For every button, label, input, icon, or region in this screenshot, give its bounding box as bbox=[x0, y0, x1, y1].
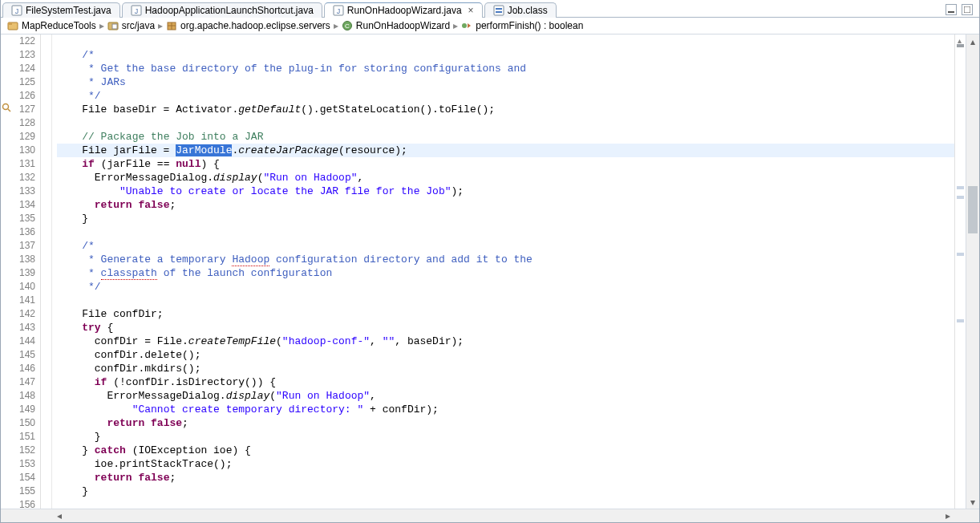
breadcrumb-item[interactable]: CRunOnHadoopWizard bbox=[342, 20, 450, 31]
breadcrumb-separator-icon: ▸ bbox=[334, 20, 338, 31]
overview-mark[interactable] bbox=[957, 196, 964, 199]
breadcrumb-label: src/java bbox=[122, 20, 155, 31]
breadcrumb-label: org.apache.hadoop.eclipse.servers bbox=[180, 20, 330, 31]
tab-label: RunOnHadoopWizard.java bbox=[347, 5, 462, 16]
scroll-left-arrow[interactable]: ◂ bbox=[52, 509, 66, 522]
vertical-scrollbar[interactable]: ▴ ▾ bbox=[966, 34, 979, 509]
code-line[interactable]: confDir.mkdirs(); bbox=[57, 362, 954, 375]
maximize-view-button[interactable] bbox=[962, 4, 973, 15]
editor-area: 1221231241251261271281291301311321331341… bbox=[1, 34, 979, 509]
tab-label: HadoopApplicationLaunchShortcut.java bbox=[145, 5, 314, 16]
breadcrumb-item[interactable]: org.apache.hadoop.eclipse.servers bbox=[166, 20, 330, 31]
vertical-scroll-thumb[interactable] bbox=[968, 186, 978, 233]
code-line[interactable]: } bbox=[57, 484, 954, 498]
scroll-down-arrow[interactable]: ▾ bbox=[966, 495, 979, 509]
line-number: 151 bbox=[12, 430, 35, 444]
code-line[interactable]: } bbox=[57, 430, 954, 444]
java-file-icon: J bbox=[131, 5, 142, 16]
overview-mark[interactable] bbox=[957, 186, 964, 189]
code-line[interactable]: * Generate a temporary Hadoop configurat… bbox=[57, 253, 954, 266]
overview-mark[interactable] bbox=[957, 44, 964, 47]
breadcrumb-separator-icon: ▸ bbox=[99, 20, 104, 31]
breadcrumb-item[interactable]: src/java bbox=[107, 20, 155, 31]
scroll-right-arrow[interactable]: ▸ bbox=[941, 509, 954, 522]
svg-rect-10 bbox=[964, 6, 970, 13]
class-file-icon bbox=[493, 5, 504, 16]
line-number: 140 bbox=[12, 280, 35, 294]
line-number: 125 bbox=[12, 75, 35, 89]
horizontal-scrollbar[interactable]: ◂ ▸ bbox=[1, 509, 979, 522]
line-number: 149 bbox=[12, 403, 35, 416]
breadcrumb-item[interactable]: MapReduceTools bbox=[7, 20, 96, 31]
line-number: 137 bbox=[12, 239, 35, 253]
code-line[interactable]: ioe.printStackTrace(); bbox=[57, 457, 954, 471]
code-line[interactable]: * JARs bbox=[57, 75, 954, 89]
code-line[interactable]: /* bbox=[57, 48, 954, 62]
svg-text:J: J bbox=[15, 7, 19, 15]
code-line[interactable]: return false; bbox=[57, 471, 954, 484]
breadcrumb-separator-icon: ▸ bbox=[158, 20, 163, 31]
editor-tabs: JFileSystemTest.javaJHadoopApplicationLa… bbox=[1, 0, 979, 18]
line-number: 133 bbox=[12, 184, 35, 198]
code-line[interactable]: "Unable to create or locate the JAR file… bbox=[57, 184, 954, 198]
code-line[interactable]: File confDir; bbox=[57, 307, 954, 321]
editor-tab[interactable]: JHadoopApplicationLaunchShortcut.java bbox=[122, 2, 322, 18]
code-line[interactable] bbox=[57, 294, 954, 307]
folding-gutter bbox=[41, 34, 52, 509]
editor-tab[interactable]: Job.class bbox=[484, 2, 557, 18]
code-line[interactable]: * classpath of the launch configuration bbox=[57, 266, 954, 280]
code-line[interactable]: return false; bbox=[57, 198, 954, 212]
java-file-icon: J bbox=[11, 5, 22, 16]
overview-mark[interactable] bbox=[957, 319, 964, 322]
code-line[interactable]: try { bbox=[57, 321, 954, 334]
line-number: 152 bbox=[12, 444, 35, 457]
line-number: 156 bbox=[12, 498, 35, 509]
code-line[interactable] bbox=[57, 116, 954, 130]
code-line[interactable]: ErrorMessageDialog.display("Run on Hadoo… bbox=[57, 171, 954, 184]
line-number: 150 bbox=[12, 416, 35, 430]
breadcrumb-separator-icon: ▸ bbox=[453, 20, 458, 31]
code-line[interactable]: // Package the Job into a JAR bbox=[57, 130, 954, 144]
editor-tab[interactable]: JFileSystemTest.java bbox=[2, 2, 120, 18]
code-line[interactable]: ErrorMessageDialog.display("Run on Hadoo… bbox=[57, 389, 954, 403]
line-number: 127 bbox=[12, 103, 35, 116]
code-line[interactable] bbox=[57, 34, 954, 48]
code-line[interactable]: confDir.delete(); bbox=[57, 348, 954, 362]
minimize-icon bbox=[948, 6, 954, 13]
tab-label: Job.class bbox=[508, 5, 548, 16]
code-line[interactable]: File jarFile = JarModule.createJarPackag… bbox=[57, 144, 954, 157]
line-number: 123 bbox=[12, 48, 35, 62]
overview-mark[interactable] bbox=[957, 253, 964, 256]
code-line[interactable]: return false; bbox=[57, 416, 954, 430]
close-tab-icon[interactable]: × bbox=[468, 5, 474, 16]
svg-point-21 bbox=[3, 104, 9, 110]
svg-line-22 bbox=[8, 109, 10, 111]
gutter-line-numbers: 1221231241251261271281291301311321331341… bbox=[12, 34, 41, 509]
editor-tab[interactable]: JRunOnHadoopWizard.java× bbox=[324, 2, 483, 18]
line-number: 143 bbox=[12, 321, 35, 334]
overview-ruler[interactable]: ▴ bbox=[954, 34, 966, 509]
code-line[interactable] bbox=[57, 498, 954, 509]
code-line[interactable]: confDir = File.createTempFile("hadoop-co… bbox=[57, 334, 954, 348]
svg-rect-9 bbox=[948, 11, 954, 13]
code-line[interactable]: * Get the base directory of the plug-in … bbox=[57, 62, 954, 75]
code-line[interactable]: } bbox=[57, 212, 954, 225]
breadcrumb-label: MapReduceTools bbox=[22, 20, 96, 31]
code-line[interactable]: */ bbox=[57, 89, 954, 103]
line-number: 147 bbox=[12, 375, 35, 389]
scroll-up-arrow[interactable]: ▴ bbox=[966, 34, 979, 48]
code-line[interactable]: } catch (IOException ioe) { bbox=[57, 444, 954, 457]
minimize-view-button[interactable] bbox=[946, 4, 957, 15]
code-line[interactable]: */ bbox=[57, 280, 954, 294]
breadcrumb-item[interactable]: performFinish() : boolean bbox=[461, 20, 583, 31]
code-line[interactable] bbox=[57, 225, 954, 239]
code-line[interactable]: File baseDir = Activator.getDefault().ge… bbox=[57, 103, 954, 116]
code-line[interactable]: if (jarFile == null) { bbox=[57, 157, 954, 171]
code-line[interactable]: if (!confDir.isDirectory()) { bbox=[57, 375, 954, 389]
line-number: 154 bbox=[12, 471, 35, 484]
tab-toolbar bbox=[946, 4, 979, 17]
code-line[interactable]: "Cannot create temporary directory: " + … bbox=[57, 403, 954, 416]
source-folder-icon bbox=[107, 20, 119, 31]
code-editor[interactable]: /* * Get the base directory of the plug-… bbox=[52, 34, 954, 509]
code-line[interactable]: /* bbox=[57, 239, 954, 253]
